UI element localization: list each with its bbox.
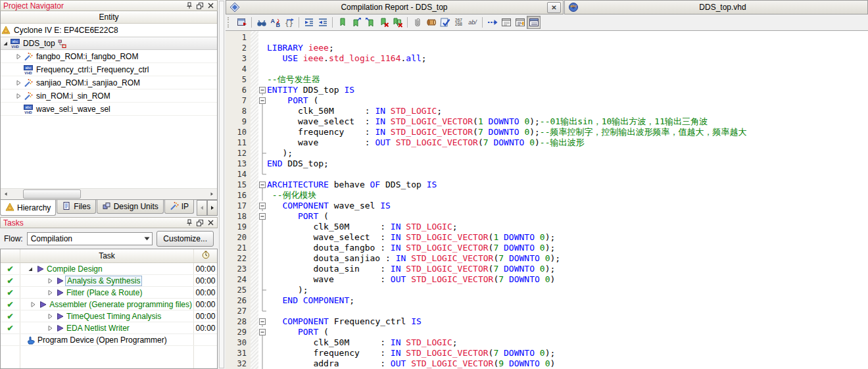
line-col-icon[interactable]: 267268: [452, 16, 466, 29]
code-line[interactable]: );: [258, 148, 868, 159]
fold-toggle-icon[interactable]: [258, 95, 267, 106]
tree-item-wave_sel[interactable]: abcVHDwave_sel:i_wave_sel: [1, 103, 217, 116]
goto-icon[interactable]: [485, 16, 499, 29]
expand-icon[interactable]: [45, 278, 55, 284]
code-line[interactable]: COMPONENT wave_sel IS: [258, 201, 868, 211]
expand-icon[interactable]: [14, 80, 23, 86]
fold-toggle-icon[interactable]: [258, 201, 267, 211]
code-line[interactable]: [258, 306, 868, 316]
task-label[interactable]: Compile Design: [45, 264, 104, 274]
bookmark-next-icon[interactable]: [349, 16, 363, 29]
code-line[interactable]: PORT (: [258, 211, 868, 222]
time-column-header[interactable]: [193, 249, 217, 262]
code-line[interactable]: END COMPONENT;: [258, 295, 868, 306]
scrollbar-thumb[interactable]: [23, 189, 81, 199]
scroll-left-icon[interactable]: [1, 189, 11, 199]
fold-toggle-icon[interactable]: [258, 180, 267, 190]
tree-item-frequency_ctrl[interactable]: abcVHDFrequency_ctrl:i_Frequency_ctrl: [1, 63, 217, 76]
code-line[interactable]: wave_select : IN STD_LOGIC_VECTOR(1 DOWN…: [258, 232, 868, 243]
code-line[interactable]: wave : OUT STD_LOGIC_VECTOR(7 DOWNTO 0): [258, 274, 868, 285]
task-label[interactable]: TimeQuest Timing Analysis: [65, 312, 162, 321]
indent-icon[interactable]: [302, 16, 316, 29]
close-icon[interactable]: [206, 2, 214, 10]
tab-ip[interactable]: IP: [164, 200, 194, 214]
task-row-fitter-place-route-[interactable]: ✔Fitter (Place & Route)00:00: [1, 287, 217, 299]
float-icon[interactable]: [196, 2, 204, 10]
status-column-header[interactable]: [1, 249, 20, 262]
vhdl-file-tab[interactable]: abc DDS_top.vhd: [564, 0, 868, 14]
unindent-icon[interactable]: [316, 16, 329, 29]
expand-icon[interactable]: [45, 313, 55, 320]
dock-splitter[interactable]: [218, 0, 226, 369]
fold-toggle-icon[interactable]: [258, 85, 267, 95]
task-column-header[interactable]: Task: [20, 249, 193, 262]
code-line[interactable]: clk_50M : IN STD_LOGIC;: [258, 337, 868, 348]
code-line[interactable]: clk_50M : IN STD_LOGIC;: [258, 106, 868, 116]
doc-window-icon[interactable]: [235, 16, 249, 29]
code-line[interactable]: LIBRARY ieee;: [258, 43, 868, 53]
code-line[interactable]: frequency : IN STD_LOGIC_VECTOR(7 DOWNTO…: [258, 127, 868, 137]
code-line[interactable]: douta_sin : IN STD_LOGIC_VECTOR(7 DOWNTO…: [258, 264, 868, 274]
code-line[interactable]: [258, 32, 868, 43]
code-line[interactable]: douta_sanjiao : IN STD_LOGIC_VECTOR(7 DO…: [258, 253, 868, 264]
close-report-icon[interactable]: ✕: [547, 2, 561, 13]
find-icon[interactable]: [254, 16, 268, 29]
pin-icon[interactable]: [185, 219, 193, 227]
task-label[interactable]: EDA Netlist Writer: [65, 324, 131, 333]
task-row-compile-design[interactable]: ✔Compile Design00:00: [1, 263, 217, 275]
code-line[interactable]: USE ieee.std_logic_1164.all;: [258, 53, 868, 64]
code-line[interactable]: clk_50M : IN STD_LOGIC;: [258, 222, 868, 232]
flow-select[interactable]: Compilation: [27, 232, 153, 245]
tcl-script-icon[interactable]: [424, 16, 438, 29]
close-icon[interactable]: [206, 219, 214, 227]
toolbar-grip[interactable]: [228, 17, 232, 28]
task-row-program-device-open-programmer-[interactable]: Program Device (Open Programmer): [1, 334, 217, 346]
comment-icon[interactable]: ab/: [466, 16, 479, 29]
tree-item-dds_top[interactable]: abcVHDDDS_top: [1, 37, 217, 50]
bookmark-icon[interactable]: [335, 16, 349, 29]
tab-design-units[interactable]: Design Units: [97, 200, 164, 214]
pin-icon[interactable]: [185, 2, 193, 10]
tab-scroll-right-icon[interactable]: [207, 200, 218, 216]
hdl-check-icon[interactable]: [438, 16, 452, 29]
code-line[interactable]: PORT (: [258, 327, 868, 337]
splitter-track[interactable]: [219, 1, 224, 368]
tree-item-sanjiao_rom[interactable]: sanjiao_ROM:i_sanjiao_ROM: [1, 76, 217, 89]
tab-files[interactable]: Files: [57, 200, 95, 214]
editor-window-icon[interactable]: [513, 16, 527, 29]
float-icon[interactable]: [196, 219, 204, 227]
expand-icon[interactable]: [28, 301, 37, 308]
code-line[interactable]: [258, 64, 868, 74]
expand-icon[interactable]: [14, 53, 23, 60]
customize-button[interactable]: Customize...: [157, 231, 214, 247]
match-bracket-icon[interactable]: {}: [282, 16, 296, 29]
expand-icon[interactable]: [45, 289, 55, 296]
code-line[interactable]: COMPONENT Frequency_ctrl IS: [258, 316, 868, 327]
expand-icon[interactable]: [45, 325, 55, 332]
fold-toggle-icon[interactable]: [258, 327, 267, 337]
tree-item-fangbo_rom[interactable]: fangbo_ROM:i_fangbo_ROM: [1, 50, 217, 63]
code-line[interactable]: ARCHITECTURE behave OF DDS_top IS: [258, 180, 868, 190]
fold-toggle-icon[interactable]: [258, 211, 267, 222]
code-line[interactable]: douta_fangbo : IN STD_LOGIC_VECTOR(7 DOW…: [258, 243, 868, 253]
collapse-icon[interactable]: [26, 266, 35, 272]
task-label[interactable]: Program Device (Open Programmer): [36, 335, 168, 345]
task-label[interactable]: Analysis & Synthesis: [65, 276, 142, 286]
expand-icon[interactable]: [14, 93, 23, 99]
task-label[interactable]: Fitter (Place & Route): [65, 288, 143, 297]
scroll-right-icon[interactable]: [206, 189, 217, 199]
compilation-report-tab[interactable]: Compilation Report - DDS_top ✕: [226, 0, 564, 14]
fold-toggle-icon[interactable]: [258, 316, 267, 327]
code-line[interactable]: --信号发生器: [258, 74, 868, 85]
horizontal-scrollbar[interactable]: [1, 188, 217, 199]
collapse-icon[interactable]: [1, 40, 10, 47]
code-line[interactable]: wave_select : IN STD_LOGIC_VECTOR(1 DOWN…: [258, 116, 868, 127]
scrollbar-track[interactable]: [11, 189, 206, 199]
code-line[interactable]: addra : OUT STD_LOGIC_VECTOR(9 DOWNTO 0): [258, 358, 868, 369]
report-window-icon[interactable]: [499, 16, 513, 29]
code-line[interactable]: PORT (: [258, 95, 868, 106]
code-line[interactable]: END DDS_top;: [258, 159, 868, 169]
task-label[interactable]: Assembler (Generate programming files): [48, 300, 193, 309]
code-line[interactable]: wave : OUT STD_LOGIC_VECTOR(7 DOWNTO 0)-…: [258, 137, 868, 148]
tab-scroll-left-icon[interactable]: [197, 200, 207, 216]
